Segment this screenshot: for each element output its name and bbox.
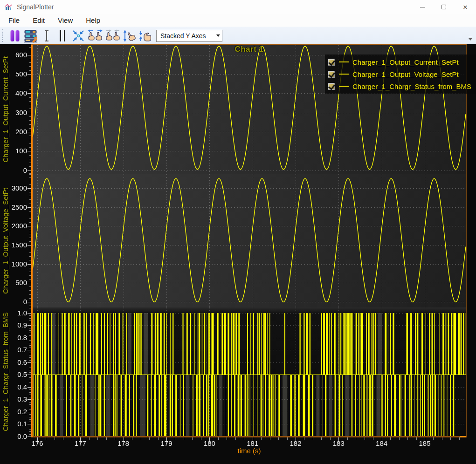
- chart-area: Chart 1 Charger_1_Output_Current_SetPt C…: [0, 44, 476, 464]
- pinch-zoom-y-icon: [138, 29, 153, 43]
- y-axes-layout-value: Stacked Y Axes: [157, 32, 214, 40]
- pan-x-compress-icon: [104, 29, 121, 43]
- pan-x-compress-button[interactable]: [104, 28, 121, 43]
- menu-file[interactable]: File: [3, 15, 25, 25]
- chart-title: Chart 1: [33, 45, 466, 54]
- app-window: SignalPlotter × File Edit View Help: [0, 0, 476, 464]
- legend-line-swatch: [339, 74, 349, 75]
- pinch-zoom-y-button[interactable]: [138, 28, 153, 43]
- menubar: File Edit View Help: [0, 14, 476, 27]
- y-tick-label: 0.6: [0, 358, 27, 367]
- close-icon: ×: [463, 3, 468, 11]
- y-axes-layout-select[interactable]: Stacked Y Axes: [156, 30, 222, 42]
- y-tick-label: 3000: [0, 184, 27, 193]
- y-tick-label: 0.3: [0, 395, 27, 404]
- legend-label-voltage: Charger_1_Output_Voltage_SetPt: [352, 70, 459, 78]
- menu-edit[interactable]: Edit: [27, 15, 50, 25]
- dual-cursor-icon: [58, 29, 67, 43]
- fit-to-view-button[interactable]: [71, 28, 86, 43]
- y-tick-label: 400: [0, 89, 27, 98]
- combobox-dropdown-icon: [214, 34, 222, 37]
- signal-list-button[interactable]: [23, 28, 38, 43]
- legend-label-current: Charger_1_Output_Current_SetPt: [352, 58, 459, 66]
- titlebar: SignalPlotter ×: [0, 0, 476, 14]
- drag-y-button[interactable]: [122, 28, 137, 43]
- legend: Charger_1_Output_Current_SetPt Charger_1…: [325, 55, 476, 94]
- y-tick-label: 0.7: [0, 345, 27, 355]
- minimize-icon: [420, 7, 425, 7]
- legend-checkbox-status[interactable]: [328, 83, 335, 90]
- y-tick-label: 1000: [0, 259, 27, 269]
- menu-view[interactable]: View: [52, 15, 78, 25]
- y-tick-label: 200: [0, 127, 27, 136]
- y-tick-label: 0.5: [0, 370, 27, 379]
- app-logo-icon: [5, 3, 13, 11]
- y-tick-label: 1.0: [0, 308, 27, 318]
- signal-list-icon: [23, 29, 38, 43]
- y-tick-label: 1500: [0, 240, 27, 250]
- y-tick-label: 0.8: [0, 333, 27, 342]
- y-tick-label: 0.9: [0, 321, 27, 330]
- minimize-button[interactable]: [412, 0, 433, 14]
- toolbar-overflow-icon: [469, 37, 472, 37]
- y-tick-label: 600: [0, 50, 27, 60]
- legend-line-swatch: [339, 86, 349, 87]
- dual-cursor-button[interactable]: [55, 28, 70, 43]
- pan-x-expand-button[interactable]: [87, 28, 103, 43]
- maximize-button[interactable]: [433, 0, 455, 14]
- window-title: SignalPlotter: [17, 3, 54, 11]
- cursor-button[interactable]: [39, 28, 54, 43]
- plot-canvas[interactable]: [0, 44, 476, 464]
- legend-row-voltage[interactable]: Charger_1_Output_Voltage_SetPt: [328, 68, 473, 80]
- y-tick-label: 500: [0, 278, 27, 287]
- y-tick-label: 0.0: [0, 432, 27, 441]
- legend-label-status: Charger_1_Chargr_Status_from_BMS: [352, 82, 471, 90]
- ibeam-cursor-icon: [43, 29, 50, 43]
- y-tick-label: 0: [0, 166, 27, 175]
- menu-help[interactable]: Help: [80, 15, 106, 25]
- y-tick-label: 0.4: [0, 382, 27, 392]
- pause-button[interactable]: [7, 28, 22, 43]
- y-tick-label: 100: [0, 146, 27, 156]
- y-tick-label: 0: [0, 297, 27, 307]
- y-tick-label: 300: [0, 108, 27, 117]
- x-axis-title: time (s): [33, 447, 466, 455]
- legend-row-status[interactable]: Charger_1_Chargr_Status_from_BMS: [328, 80, 473, 92]
- legend-line-swatch: [339, 61, 349, 62]
- close-button[interactable]: ×: [455, 0, 476, 14]
- maximize-icon: [442, 5, 446, 9]
- fit-to-view-icon: [71, 29, 85, 43]
- y-tick-label: 500: [0, 69, 27, 79]
- pan-x-expand-icon: [87, 29, 103, 43]
- toolbar: Stacked Y Axes: [0, 27, 476, 44]
- drag-y-icon: [122, 29, 137, 43]
- pause-icon: [8, 29, 22, 43]
- legend-checkbox-current[interactable]: [328, 59, 335, 66]
- y-tick-label: 2000: [0, 221, 27, 231]
- y-tick-label: 0.2: [0, 407, 27, 416]
- toolbar-overflow-button[interactable]: [467, 37, 474, 43]
- legend-checkbox-voltage[interactable]: [328, 71, 335, 78]
- y-tick-label: 2500: [0, 203, 27, 212]
- y-tick-label: 0.1: [0, 419, 27, 429]
- legend-row-current[interactable]: Charger_1_Output_Current_SetPt: [328, 56, 473, 68]
- toolbar-drag-handle-icon[interactable]: [2, 29, 5, 42]
